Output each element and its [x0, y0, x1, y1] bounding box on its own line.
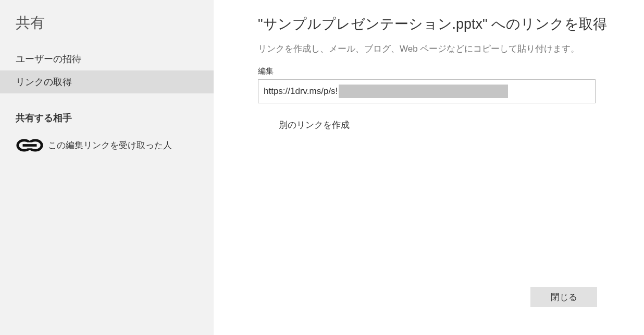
sidebar: 共有 ユーザーの招待 リンクの取得 共有する相手 この編集リンクを受け取った人 [0, 0, 214, 335]
close-button-label: 閉じる [551, 292, 577, 302]
sidebar-item-invite-users[interactable]: ユーザーの招待 [0, 47, 214, 70]
link-url-redacted [339, 85, 508, 98]
link-url-value: https://1drv.ms/p/s! [264, 86, 338, 97]
link-url-field[interactable]: https://1drv.ms/p/s! [258, 79, 596, 103]
sidebar-item-label: ユーザーの招待 [16, 54, 81, 64]
create-another-link-label: 別のリンクを作成 [279, 120, 350, 130]
page-description: リンクを作成し、メール、ブログ、Web ページなどにコピーして貼り付けます。 [258, 43, 608, 55]
close-button[interactable]: 閉じる [530, 287, 597, 307]
sidebar-item-label: リンクの取得 [16, 77, 72, 87]
page-title: "サンプルプレゼンテーション.pptx" へのリンクを取得 [258, 15, 608, 33]
sidebar-title: 共有 [0, 13, 214, 47]
main-pane: "サンプルプレゼンテーション.pptx" へのリンクを取得 リンクを作成し、メー… [214, 0, 644, 335]
sidebar-subheading-share-with: 共有する相手 [0, 93, 214, 136]
link-field-label: 編集 [258, 66, 608, 76]
link-icon [16, 138, 45, 152]
sidebar-item-get-link[interactable]: リンクの取得 [0, 70, 214, 93]
share-entry-label: この編集リンクを受け取った人 [48, 139, 172, 151]
share-entry[interactable]: この編集リンクを受け取った人 [0, 136, 214, 154]
create-another-link[interactable]: 別のリンクを作成 [279, 119, 608, 131]
